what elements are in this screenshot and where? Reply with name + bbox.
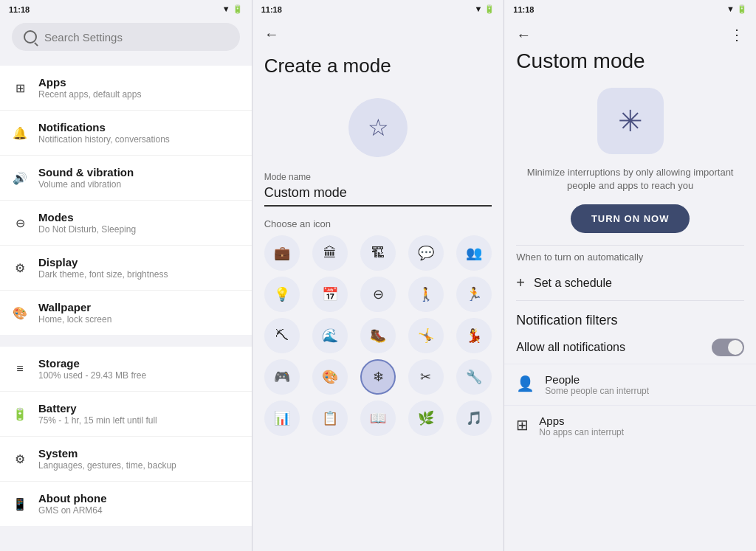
icon-cell-run[interactable]: 🏃: [456, 277, 492, 312]
status-icons-2: ▼ 🔋: [474, 4, 495, 14]
mode-star-icon[interactable]: ☆: [348, 98, 408, 157]
icon-cell-building[interactable]: 🏗: [360, 235, 396, 271]
sound-title: Sound & vibration: [38, 166, 240, 179]
status-time-3: 11:18: [513, 5, 534, 14]
icon-cell-tools[interactable]: ⛏: [264, 318, 300, 353]
mode-name-input[interactable]: [264, 185, 492, 207]
icon-cell-briefcase[interactable]: 💼: [264, 235, 300, 271]
icon-cell-scissors[interactable]: ✂: [408, 359, 444, 395]
apps-icon: ⊞: [12, 80, 28, 96]
settings-item-modes[interactable]: ⊖ Modes Do Not Disturb, Sleeping: [0, 201, 252, 246]
display-title: Display: [38, 256, 240, 268]
status-time-2: 11:18: [261, 5, 282, 14]
status-icons-1: ▼ 🔋: [222, 4, 243, 14]
about-subtitle: GMS on ARM64: [38, 505, 240, 516]
status-bar-2: 11:18 ▼ 🔋: [252, 0, 504, 17]
icon-cell-chat[interactable]: 💬: [408, 235, 444, 271]
icon-cell-plant[interactable]: 🌿: [408, 401, 444, 436]
about-icon: 📱: [12, 496, 28, 512]
apps-filter-icon: ⊞: [516, 416, 529, 434]
settings-group-main: ⊞ Apps Recent apps, default apps 🔔 Notif…: [0, 66, 252, 335]
wallpaper-icon: 🎨: [12, 305, 28, 321]
apps-filter-title: Apps: [539, 415, 624, 427]
custom-mode-header: ← ⋮: [504, 17, 756, 46]
back-button[interactable]: ←: [264, 26, 279, 43]
modes-subtitle: Do Not Disturb, Sleeping: [38, 224, 240, 235]
people-icon: 👤: [516, 375, 535, 392]
schedule-row[interactable]: + Set a schedule: [504, 266, 756, 300]
sound-subtitle: Volume and vibration: [38, 179, 240, 190]
settings-item-storage[interactable]: ≡ Storage 100% used - 29.43 MB free: [0, 347, 252, 392]
create-mode-header: ←: [252, 17, 504, 49]
about-title: About phone: [38, 492, 240, 505]
turn-on-button[interactable]: TURN ON NOW: [571, 204, 690, 233]
mode-description: Minimize interruptions by only allowing …: [504, 160, 756, 204]
icon-cell-dance[interactable]: 💃: [456, 318, 492, 353]
status-bar-3: 11:18 ▼ 🔋: [504, 0, 756, 17]
sound-icon: 🔊: [12, 170, 28, 186]
notification-filters-title: Notification filters: [504, 307, 756, 331]
settings-item-system[interactable]: ⚙ System Languages, gestures, time, back…: [0, 437, 252, 482]
schedule-text: Set a schedule: [534, 277, 612, 290]
icon-cell-jump[interactable]: 🤸: [408, 318, 444, 353]
snowflake-area: ✳: [504, 79, 756, 160]
apps-filter-item[interactable]: ⊞ Apps No apps can interrupt: [504, 405, 756, 446]
icon-cell-calendar[interactable]: 📅: [312, 277, 348, 312]
system-title: System: [38, 447, 240, 460]
icon-cell-game[interactable]: 🎮: [264, 359, 300, 395]
notifications-icon: 🔔: [12, 125, 28, 141]
apps-subtitle: Recent apps, default apps: [38, 89, 240, 100]
icon-cell-bank[interactable]: 🏛: [312, 235, 348, 271]
choose-icon-label: Choose an icon: [252, 207, 504, 235]
apps-title: Apps: [38, 76, 240, 89]
mode-name-label: Mode name: [264, 172, 492, 182]
icon-cell-bulb[interactable]: 💡: [264, 277, 300, 312]
search-placeholder: Search Settings: [44, 31, 123, 44]
icon-grid: 💼 🏛 🏗 💬 👥 💡 📅 ⊖ 🚶 🏃 ⛏ 🌊 🥾 🤸 💃 🎮 🎨 ❄ ✂ 🔧 …: [252, 235, 504, 436]
settings-item-sound[interactable]: 🔊 Sound & vibration Volume and vibration: [0, 156, 252, 201]
notifications-title: Notifications: [38, 121, 240, 134]
mode-icon-area: ☆: [252, 86, 504, 172]
battery-icon: 🔋: [12, 406, 28, 422]
icon-cell-group[interactable]: 👥: [456, 235, 492, 271]
icon-cell-book[interactable]: 📖: [360, 401, 396, 436]
status-bar-1: 11:18 ▼ 🔋: [0, 0, 252, 17]
people-title: People: [545, 373, 649, 386]
settings-item-wallpaper[interactable]: 🎨 Wallpaper Home, lock screen: [0, 291, 252, 335]
settings-panel: 11:18 ▼ 🔋 Search Settings ⊞ Apps Recent …: [0, 0, 252, 551]
settings-group-secondary: ≡ Storage 100% used - 29.43 MB free 🔋 Ba…: [0, 347, 252, 526]
settings-item-notifications[interactable]: 🔔 Notifications Notification history, co…: [0, 111, 252, 156]
when-to-turn-label: When to turn on automatically: [504, 246, 756, 266]
icon-cell-chart[interactable]: 📊: [264, 401, 300, 436]
search-icon: [24, 30, 37, 44]
battery-subtitle: 75% - 1 hr, 15 min left until full: [38, 415, 240, 426]
custom-mode-panel: 11:18 ▼ 🔋 ← ⋮ Custom mode ✳ Minimize int…: [504, 0, 756, 551]
more-options-button[interactable]: ⋮: [729, 26, 744, 44]
settings-item-display[interactable]: ⚙ Display Dark theme, font size, brightn…: [0, 246, 252, 291]
status-time-1: 11:18: [9, 5, 30, 14]
settings-item-apps[interactable]: ⊞ Apps Recent apps, default apps: [0, 66, 252, 111]
display-subtitle: Dark theme, font size, brightness: [38, 269, 240, 280]
status-icons-3: ▼ 🔋: [726, 4, 747, 14]
search-bar[interactable]: Search Settings: [12, 23, 240, 51]
icon-cell-wrench[interactable]: 🔧: [456, 359, 492, 395]
settings-item-about[interactable]: 📱 About phone GMS on ARM64: [0, 482, 252, 526]
system-subtitle: Languages, gestures, time, backup: [38, 460, 240, 471]
icon-cell-minus[interactable]: ⊖: [360, 277, 396, 312]
icon-cell-music[interactable]: 🎵: [456, 401, 492, 436]
system-icon: ⚙: [12, 451, 28, 467]
settings-item-battery[interactable]: 🔋 Battery 75% - 1 hr, 15 min left until …: [0, 392, 252, 437]
notifications-subtitle: Notification history, conversations: [38, 134, 240, 145]
icon-cell-hike[interactable]: 🥾: [360, 318, 396, 353]
wallpaper-title: Wallpaper: [38, 301, 240, 313]
icon-cell-art[interactable]: 🎨: [312, 359, 348, 395]
storage-subtitle: 100% used - 29.43 MB free: [38, 370, 240, 381]
icon-cell-wave[interactable]: 🌊: [312, 318, 348, 353]
icon-cell-walk[interactable]: 🚶: [408, 277, 444, 312]
allow-all-toggle[interactable]: [712, 339, 744, 356]
icon-cell-clipboard[interactable]: 📋: [312, 401, 348, 436]
icon-cell-snowflake[interactable]: ❄: [360, 359, 396, 395]
custom-back-button[interactable]: ←: [516, 27, 531, 44]
people-filter-item[interactable]: 👤 People Some people can interrupt: [504, 364, 756, 405]
people-subtitle: Some people can interrupt: [545, 386, 649, 396]
